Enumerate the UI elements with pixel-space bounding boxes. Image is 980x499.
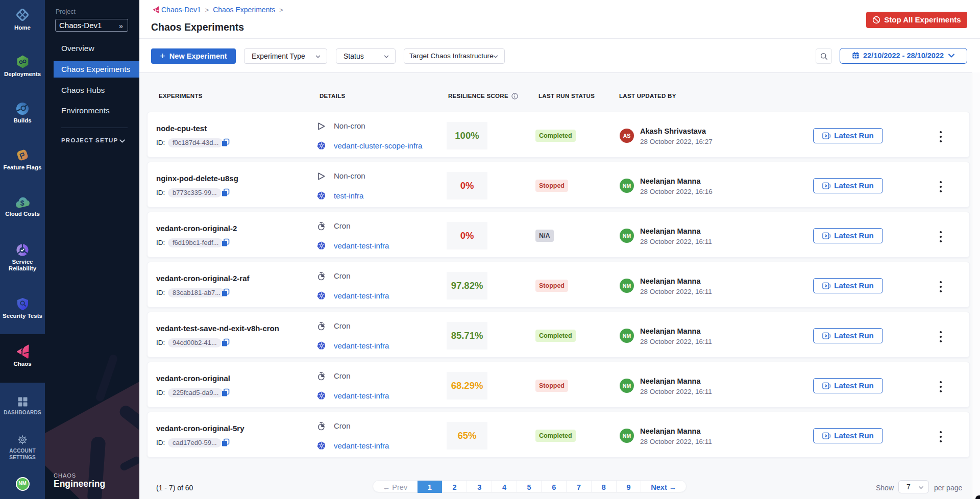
svg-text:$: $	[20, 199, 24, 207]
